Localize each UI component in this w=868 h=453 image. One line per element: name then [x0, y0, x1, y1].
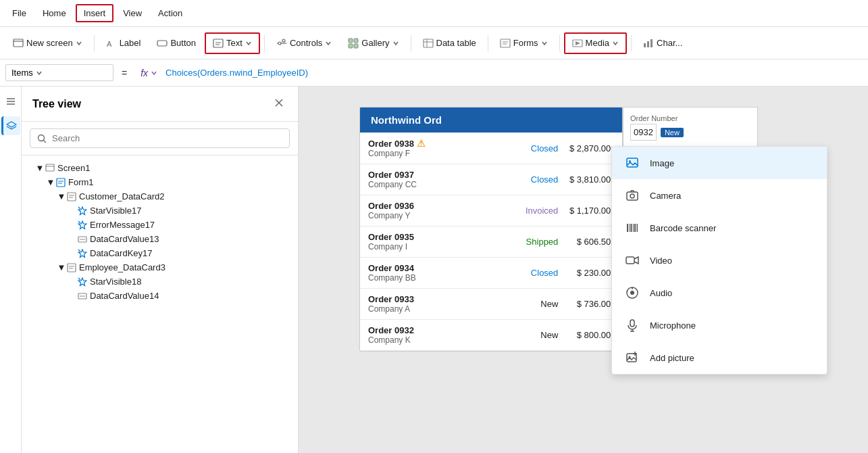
- dropdown-audio[interactable]: Audio: [612, 277, 827, 309]
- customer-datacard2-label: Customer_DataCard2: [79, 191, 292, 201]
- svg-rect-50: [68, 264, 76, 272]
- order-row-0935[interactable]: Order 0935 Company I Shipped $ 606.50 ›: [360, 226, 622, 258]
- order-0933-info: Order 0933 Company A: [368, 294, 540, 314]
- order-0937-info: Order 0937 Company CC: [368, 170, 531, 189]
- tree-item-form1[interactable]: ▼ Form1: [22, 175, 298, 189]
- button-icon: [157, 38, 168, 49]
- dropdown-camera[interactable]: Camera: [612, 179, 827, 212]
- order-row-0937[interactable]: Order 0937 Company CC Closed $ 3,810.00 …: [360, 164, 622, 195]
- hamburger-icon[interactable]: [1, 92, 20, 111]
- label-button[interactable]: A Label: [99, 33, 149, 53]
- data-table-icon: [423, 38, 434, 49]
- toggle-customer-datacard2[interactable]: ▼: [56, 191, 67, 201]
- dropdown-video[interactable]: Video: [612, 244, 827, 277]
- tree-item-employee-datacard3[interactable]: ▼ Employee_DataCard3: [22, 260, 298, 275]
- starvisible18-label: StarVisible18: [90, 277, 292, 287]
- svg-rect-59: [627, 192, 638, 200]
- media-button[interactable]: Media: [564, 32, 627, 54]
- forms-button[interactable]: Forms: [492, 33, 555, 53]
- order-0936-id: Order 0936: [368, 201, 526, 211]
- datacardkey17-label: DataCardKey17: [90, 248, 292, 258]
- dropdown-camera-label: Camera: [650, 191, 681, 201]
- order-0933-id: Order 0933: [368, 294, 540, 304]
- menu-home[interactable]: Home: [36, 5, 73, 21]
- datacardvalue-icon: [78, 235, 87, 244]
- dropdown-microphone-label: Microphone: [650, 320, 696, 331]
- svg-rect-62: [630, 224, 630, 232]
- svg-rect-67: [626, 257, 634, 264]
- main-content: Tree view ▼ Screen1: [0, 87, 868, 453]
- svg-rect-14: [354, 44, 358, 48]
- toggle-employee-datacard3[interactable]: ▼: [56, 262, 67, 272]
- order-0935-company: Company I: [368, 242, 526, 252]
- media-chevron-icon: [612, 40, 619, 47]
- fx-symbol: fx: [135, 68, 163, 78]
- menu-view[interactable]: View: [116, 5, 149, 21]
- order-row-0938[interactable]: Order 0938 ⚠ Company F Closed $ 2,870.00…: [360, 133, 622, 164]
- order-0936-company: Company Y: [368, 211, 526, 220]
- fx-chevron-icon: [151, 70, 157, 76]
- tree-item-customer-datacard2[interactable]: ▼ Customer_DataCard2: [22, 189, 298, 204]
- media-dropdown: Image Camera: [611, 146, 827, 375]
- items-dropdown[interactable]: Items: [5, 64, 113, 81]
- tree-item-screen1[interactable]: ▼ Screen1: [22, 161, 298, 175]
- search-input[interactable]: [52, 133, 282, 143]
- order-0938-id: Order 0938 ⚠: [368, 138, 531, 149]
- svg-rect-39: [68, 193, 76, 201]
- menu-action[interactable]: Action: [151, 5, 189, 21]
- sidebar-close-button[interactable]: [271, 95, 287, 113]
- svg-rect-66: [637, 224, 638, 232]
- order-0932-info: Order 0932 Company K: [368, 325, 540, 345]
- controls-button[interactable]: Controls: [269, 33, 339, 53]
- order-0934-id: Order 0934: [368, 263, 531, 273]
- datacardvalue14-icon: [78, 291, 87, 301]
- tree-item-starvisible17[interactable]: StarVisible17: [22, 204, 298, 218]
- order-0935-amount: $ 606.50: [563, 237, 611, 247]
- order-0934-status: Closed: [531, 268, 558, 278]
- layers-icon[interactable]: [1, 116, 20, 135]
- text-button[interactable]: Text: [205, 32, 260, 54]
- order-row-0933[interactable]: Order 0933 Company A New $ 736.00 ›: [360, 289, 622, 320]
- search-box: [30, 128, 290, 148]
- chart-button[interactable]: Char...: [636, 33, 690, 53]
- order-0932-company: Company K: [368, 335, 540, 345]
- image-icon: [626, 156, 639, 170]
- order-0936-info: Order 0936 Company Y: [368, 201, 526, 220]
- toggle-form1[interactable]: ▼: [45, 177, 56, 187]
- order-row-0932[interactable]: Order 0932 Company K New $ 800.00 ›: [360, 320, 622, 351]
- menu-bar: File Home Insert View Action: [0, 0, 868, 27]
- tree-item-datacardvalue13[interactable]: DataCardValue13: [22, 232, 298, 246]
- dropdown-barcode[interactable]: Barcode scanner: [612, 212, 827, 244]
- tree-item-starvisible18[interactable]: StarVisible18: [22, 275, 298, 289]
- tree-item-errormessage17[interactable]: ErrorMessage17: [22, 218, 298, 232]
- dropdown-add-picture[interactable]: Add picture: [612, 341, 827, 374]
- text-icon: [213, 38, 224, 49]
- order-0932-id: Order 0932: [368, 325, 540, 335]
- formula-bar: Items = fx: [0, 59, 868, 87]
- gallery-chevron-icon: [392, 40, 399, 47]
- formula-input[interactable]: [165, 68, 863, 78]
- gallery-icon: [348, 38, 359, 49]
- order-0937-id: Order 0937: [368, 170, 531, 180]
- new-screen-button[interactable]: New screen: [5, 33, 90, 53]
- dropdown-video-label: Video: [650, 256, 672, 266]
- tree-item-datacardkey17[interactable]: DataCardKey17: [22, 246, 298, 260]
- dropdown-microphone[interactable]: Microphone: [612, 309, 827, 341]
- svg-line-45: [78, 221, 80, 223]
- menu-file[interactable]: File: [5, 5, 33, 21]
- app-header: Northwind Ord: [360, 108, 622, 133]
- order-row-0934[interactable]: Order 0934 Company BB Closed $ 230.00 ›: [360, 258, 622, 289]
- order-row-0936[interactable]: Order 0936 Company Y Invoiced $ 1,170.00…: [360, 195, 622, 226]
- button-button[interactable]: Button: [149, 33, 203, 53]
- menu-insert[interactable]: Insert: [76, 4, 114, 22]
- dropdown-image[interactable]: Image: [612, 147, 827, 179]
- toggle-screen1[interactable]: ▼: [34, 163, 45, 173]
- data-table-button[interactable]: Data table: [415, 33, 484, 53]
- dropdown-barcode-label: Barcode scanner: [650, 223, 716, 233]
- tree-item-datacardvalue14[interactable]: DataCardValue14: [22, 289, 298, 303]
- label-icon: A: [106, 38, 117, 49]
- order-0932-amount: $ 800.00: [563, 330, 611, 340]
- screen-icon: [45, 164, 55, 173]
- gallery-button[interactable]: Gallery: [340, 33, 406, 53]
- svg-rect-23: [644, 43, 646, 47]
